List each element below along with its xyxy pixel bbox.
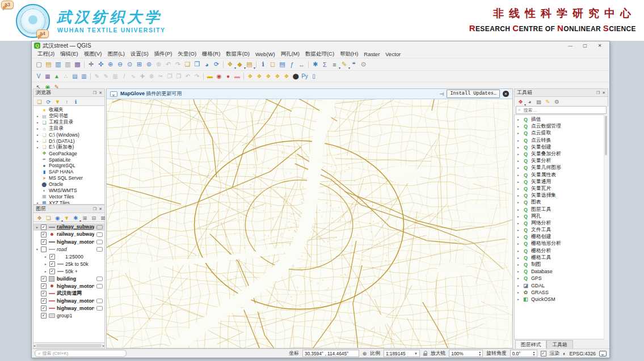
expand-arrow-icon[interactable]: ▸ xyxy=(516,146,520,149)
browser-item-favorites[interactable]: ★ 收藏夹 xyxy=(33,107,104,113)
tab-toolbox[interactable]: 工具箱 xyxy=(546,340,573,349)
browser-item-sap-hana[interactable]: ▮ SAP HANA xyxy=(33,169,104,175)
menu-vector-plugin[interactable]: Vector xyxy=(382,51,403,57)
undo-icon[interactable]: ↶ xyxy=(183,72,192,80)
edit-in-place-icon[interactable]: ✎ xyxy=(544,98,552,106)
layer-visibility-checkbox[interactable] xyxy=(41,224,47,230)
open-layer-styling-icon[interactable]: ❖ xyxy=(35,214,44,222)
layers-close-icon[interactable]: ✕ xyxy=(99,207,102,211)
expand-arrow-icon[interactable]: ▸ xyxy=(516,256,520,260)
expand-arrow-icon[interactable]: ▸ xyxy=(516,222,520,225)
expand-arrow-icon[interactable]: ▸ xyxy=(516,201,520,204)
expand-arrow-icon[interactable]: ▸ xyxy=(36,201,40,205)
rotation-field[interactable]: ▴▾ xyxy=(510,350,537,357)
toolbox-item-layer-tools[interactable]: ▸ Q 图层工具 xyxy=(515,206,608,213)
layer-visibility-checkbox[interactable] xyxy=(41,239,47,245)
menu-help[interactable]: 帮助(H) xyxy=(337,50,361,58)
scroll-right-arrow-icon[interactable]: ▸ xyxy=(103,343,104,347)
toolbox-item-database[interactable]: ▸ Q Database xyxy=(515,268,608,275)
expand-arrow-icon[interactable]: ▸ xyxy=(516,187,520,190)
expand-arrow-icon[interactable]: ▸ xyxy=(516,270,520,273)
toolbox-item-quickosm[interactable]: ▸ ◧ QuickOSM xyxy=(515,296,608,303)
toolbox-item-vector-geometry[interactable]: ▸ Q 矢量几何图形 xyxy=(515,164,608,171)
expand-arrow-icon[interactable]: ▸ xyxy=(516,152,520,156)
expand-arrow-icon[interactable]: ▸ xyxy=(36,121,40,124)
plugin-tool-2-icon[interactable]: ❖ xyxy=(255,72,264,80)
layer-road-25k-50k[interactable]: ▸ 25k to 50k xyxy=(33,260,104,267)
expand-arrow-icon[interactable]: ▸ xyxy=(516,298,520,301)
expand-arrow-icon[interactable]: ▸ xyxy=(516,194,520,197)
expand-arrow-icon[interactable]: ▸ xyxy=(516,131,520,135)
toolbox-search-box[interactable]: ⌕ xyxy=(516,106,607,114)
expand-arrow-icon[interactable]: ▸ xyxy=(36,139,40,143)
layout-manager-icon[interactable]: ▤ xyxy=(245,60,254,69)
coordinate-input[interactable] xyxy=(305,351,357,356)
coordinate-field[interactable] xyxy=(302,350,359,357)
select-features-icon[interactable]: ◻ xyxy=(268,60,277,69)
separator[interactable] xyxy=(221,60,225,69)
expand-arrow-icon[interactable]: ▸ xyxy=(516,291,520,294)
scale-input[interactable] xyxy=(386,351,413,356)
add-mesh-layer-icon[interactable]: ▲ xyxy=(52,72,61,80)
zoom-next-icon[interactable]: ↷ xyxy=(173,60,183,69)
field-calculator-icon[interactable]: ƒ xyxy=(287,60,297,69)
magnifier-field[interactable]: ▴▾ xyxy=(449,350,483,357)
scroll-left-arrow-icon[interactable]: ◂ xyxy=(33,343,35,347)
scrollbar-thumb[interactable] xyxy=(605,116,607,155)
statistics-summary-icon[interactable]: Σ xyxy=(320,60,330,69)
layer-visibility-checkbox[interactable] xyxy=(41,232,47,237)
plugin-tool-4-icon[interactable]: ❖ xyxy=(273,72,282,80)
browser-collapse-all-icon[interactable]: ↑ xyxy=(62,98,71,106)
zoom-native-icon[interactable]: ⊙ xyxy=(125,60,134,69)
temporal-controller-icon[interactable]: ◕ xyxy=(202,60,212,69)
toolbox-search-input[interactable] xyxy=(522,107,604,113)
save-project-icon[interactable]: ▥ xyxy=(53,60,63,69)
browser-item-ms-sql-server[interactable]: ➤ MS SQL Server xyxy=(33,175,104,181)
current-edits-icon[interactable]: ✎ xyxy=(92,72,102,80)
save-project-as-icon[interactable]: ▥ xyxy=(63,60,73,69)
search-settings-icon[interactable]: ⊙ xyxy=(359,60,368,69)
browser-item-wms-wmts[interactable]: ◐ WMS/WMTS xyxy=(33,188,104,194)
menu-processing[interactable]: 数据处理(C) xyxy=(302,50,337,58)
browser-item-geopackage[interactable]: ❖ GeoPackage xyxy=(33,150,104,156)
add-vector-layer-icon[interactable]: V xyxy=(34,72,43,80)
layer-visibility-checkbox[interactable] xyxy=(41,276,47,282)
minimize-button[interactable]: — xyxy=(563,41,578,50)
data-plugin-pin-icon[interactable]: ◉ xyxy=(214,72,224,80)
layer-road-50k-plus[interactable]: ▸ 50k + xyxy=(33,267,104,275)
browser-item-spatial-bookmarks[interactable]: ▸ ▤ 空间书签 xyxy=(33,113,104,120)
dock-message-icon[interactable]: ⊣ xyxy=(440,91,444,97)
vertex-tool-icon[interactable]: ✚ xyxy=(138,72,147,80)
geocoding-plugin-icon[interactable]: ● xyxy=(224,72,233,80)
add-delimited-text-icon[interactable]: ▤ xyxy=(70,72,79,80)
expand-arrow-icon[interactable]: ▸ xyxy=(36,133,40,137)
browser-item-drive-e[interactable]: ▸ ❏ E:\ (新加卷) xyxy=(33,144,104,150)
add-layer-menu-icon[interactable]: ◆ xyxy=(235,60,245,69)
browser-item-xyz-tiles[interactable]: ▸ ▦ XYZ Tiles xyxy=(33,199,104,205)
expand-arrow-icon[interactable]: ▸ xyxy=(516,139,520,142)
expand-arrow-icon[interactable]: ▸ xyxy=(516,125,520,128)
layers-float-icon[interactable]: ❐ xyxy=(93,207,96,211)
browser-float-icon[interactable]: ❐ xyxy=(93,91,96,95)
digitize-segment-icon[interactable]: / xyxy=(120,72,129,80)
status-search-box[interactable]: ⌕ 搜索 (Ctrl+K) xyxy=(35,350,127,357)
add-raster-layer-icon[interactable]: ▦ xyxy=(43,72,52,80)
layer-visibility-checkbox[interactable] xyxy=(41,291,47,296)
separator[interactable] xyxy=(82,60,86,69)
add-point-cloud-icon[interactable]: ∴ xyxy=(61,72,70,80)
toolbox-item-vector-table[interactable]: ▸ Q 矢量属性表 xyxy=(515,172,608,179)
toolbox-item-vector-selection[interactable]: ▸ Q 矢量选择集 xyxy=(515,192,608,199)
layer-visibility-checkbox[interactable] xyxy=(49,261,55,267)
toolbox-item-plots[interactable]: ▸ Q 图表 xyxy=(515,199,608,206)
pan-to-selection-icon[interactable]: ✜ xyxy=(96,60,106,69)
expand-arrow-icon[interactable]: ▸ xyxy=(44,255,48,258)
menu-raster-plugin[interactable]: Raster xyxy=(361,51,382,57)
history-icon[interactable]: ◕ xyxy=(525,98,534,106)
expand-arrow-icon[interactable]: ▸ xyxy=(516,215,520,218)
tab-layer-styling[interactable]: 图层样式 xyxy=(515,340,546,349)
maximize-button[interactable]: ▢ xyxy=(578,41,592,50)
layer-visibility-checkbox[interactable] xyxy=(41,298,47,304)
add-group-icon[interactable]: ❏ xyxy=(44,214,53,222)
save-layer-edits-icon[interactable]: ▥ xyxy=(111,72,120,80)
vehicle-routing-plugin-icon[interactable]: ⬤ xyxy=(291,72,300,80)
